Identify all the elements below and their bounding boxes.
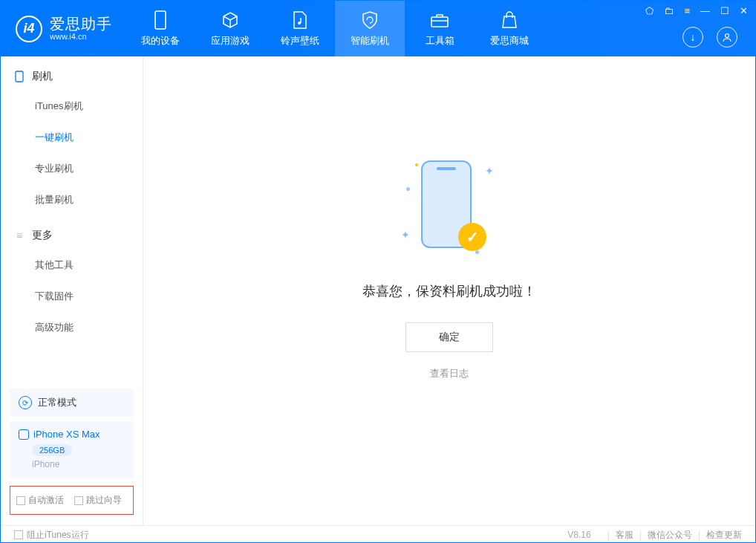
svg-point-4: [726, 34, 729, 38]
nav-tabs: 我的设备 应用游戏 铃声壁纸 智能刷机 工具箱 爱思商城: [126, 1, 544, 56]
view-log-link[interactable]: 查看日志: [430, 367, 469, 380]
mode-icon: ⟳: [19, 396, 32, 409]
sidebar: 刷机 iTunes刷机 一键刷机 专业刷机 批量刷机 ≡ 更多 其他工具 下载固…: [1, 56, 143, 525]
nav-tab-ringtones[interactable]: 铃声壁纸: [265, 1, 335, 56]
checkbox-block-itunes[interactable]: 阻止iTunes运行: [14, 529, 89, 542]
nav-tab-label: 应用游戏: [211, 34, 250, 48]
sidebar-item-advanced[interactable]: 高级功能: [1, 312, 143, 343]
sidebar-section-flash: 刷机: [1, 56, 143, 91]
sidebar-item-pro-flash[interactable]: 专业刷机: [1, 153, 143, 184]
checkbox-label: 阻止iTunes运行: [27, 529, 89, 542]
bag-icon: [500, 10, 519, 30]
device-capacity: 256GB: [32, 444, 72, 456]
nav-tab-flash[interactable]: 智能刷机: [335, 1, 405, 56]
svg-rect-2: [431, 17, 448, 27]
device-type: iPhone: [32, 459, 125, 469]
svg-rect-5: [16, 71, 23, 82]
checkbox-icon: [74, 496, 83, 505]
footer-link-wechat[interactable]: 微信公众号: [648, 529, 692, 542]
app-logo-icon: i4: [16, 16, 42, 42]
device-name: iPhone XS Max: [33, 429, 100, 440]
sidebar-item-download-firmware[interactable]: 下载固件: [1, 281, 143, 312]
sidebar-section-label: 更多: [32, 229, 53, 242]
checkbox-row: 自动激活 跳过向导: [10, 486, 134, 515]
svg-rect-0: [155, 11, 166, 29]
app-title: 爱思助手: [50, 16, 112, 32]
footer-link-update[interactable]: 检查更新: [706, 529, 742, 542]
checkbox-label: 跳过向导: [86, 494, 122, 507]
sparkle-icon: ✦: [485, 165, 494, 177]
ok-button[interactable]: 确定: [405, 322, 493, 352]
shield-refresh-icon: [360, 10, 379, 30]
toolbox-icon: [430, 10, 449, 30]
success-illustration: ✦ ✦ ✓: [397, 157, 501, 261]
lock-icon[interactable]: 🗀: [664, 5, 674, 16]
device-name-row: iPhone XS Max: [19, 429, 125, 440]
separator: |: [698, 530, 700, 540]
sidebar-item-onekey-flash[interactable]: 一键刷机: [1, 122, 143, 153]
app-subtitle: www.i4.cn: [50, 32, 112, 41]
logo-text: 爱思助手 www.i4.cn: [50, 16, 112, 41]
main-content: ✦ ✦ ✓ 恭喜您，保资料刷机成功啦！ 确定 查看日志: [143, 56, 755, 525]
nav-tab-label: 爱思商城: [490, 34, 529, 48]
footer-right: V8.16 | 客服 | 微信公众号 | 检查更新: [567, 529, 742, 542]
sidebar-item-itunes-flash[interactable]: iTunes刷机: [1, 91, 143, 122]
separator: |: [607, 530, 610, 540]
nav-tab-my-device[interactable]: 我的设备: [126, 1, 195, 56]
sidebar-item-other-tools[interactable]: 其他工具: [1, 250, 143, 281]
check-badge-icon: ✓: [458, 223, 486, 251]
svg-point-1: [298, 22, 301, 25]
sidebar-bottom: ⟳ 正常模式 iPhone XS Max 256GB iPhone 自动激活 跳: [1, 384, 143, 525]
sidebar-section-more: ≡ 更多: [1, 215, 143, 250]
logo-area: i4 爱思助手 www.i4.cn: [1, 16, 126, 42]
sidebar-section-label: 刷机: [32, 70, 53, 83]
header-right-icons: ↓: [682, 27, 737, 48]
nav-tab-label: 智能刷机: [351, 34, 389, 48]
download-icon[interactable]: ↓: [682, 27, 703, 48]
nav-tab-label: 铃声壁纸: [281, 34, 319, 48]
device-box[interactable]: iPhone XS Max 256GB iPhone: [10, 421, 134, 478]
checkbox-skip-guide[interactable]: 跳过向导: [74, 494, 122, 507]
phone-small-icon: [14, 71, 25, 82]
footer: 阻止iTunes运行 V8.16 | 客服 | 微信公众号 | 检查更新: [1, 525, 755, 543]
minimize-button[interactable]: —: [700, 5, 710, 16]
footer-link-support[interactable]: 客服: [616, 529, 633, 542]
user-icon[interactable]: [717, 27, 737, 48]
dot-icon: [406, 187, 410, 191]
nav-tab-label: 我的设备: [141, 34, 180, 48]
sparkle-icon: ✦: [401, 229, 410, 241]
mode-label: 正常模式: [38, 396, 76, 409]
success-message: 恭喜您，保资料刷机成功啦！: [362, 282, 536, 300]
phone-icon: [151, 10, 170, 30]
body: 刷机 iTunes刷机 一键刷机 专业刷机 批量刷机 ≡ 更多 其他工具 下载固…: [1, 56, 755, 525]
checkbox-auto-activate[interactable]: 自动激活: [16, 494, 64, 507]
music-file-icon: [290, 10, 310, 30]
tshirt-icon[interactable]: ⬠: [645, 5, 654, 16]
nav-tab-toolbox[interactable]: 工具箱: [405, 1, 475, 56]
checkbox-icon: [16, 496, 25, 505]
nav-tab-label: 工具箱: [426, 34, 454, 48]
version-label: V8.16: [567, 530, 590, 540]
mode-box[interactable]: ⟳ 正常模式: [10, 388, 134, 417]
nav-tab-apps[interactable]: 应用游戏: [195, 1, 265, 56]
close-button[interactable]: ✕: [740, 5, 748, 16]
cube-icon: [221, 10, 240, 30]
sidebar-item-batch-flash[interactable]: 批量刷机: [1, 184, 143, 215]
device-phone-icon: [19, 429, 29, 440]
app-header: i4 爱思助手 www.i4.cn 我的设备 应用游戏 铃声壁纸 智能刷机 工具…: [1, 1, 755, 56]
menu-icon[interactable]: ≡: [684, 5, 690, 16]
titlebar-controls: ⬠ 🗀 ≡ — ☐ ✕: [645, 5, 748, 16]
maximize-button[interactable]: ☐: [720, 5, 729, 16]
separator: |: [639, 530, 642, 540]
list-icon: ≡: [14, 230, 25, 241]
dot-icon: [415, 163, 418, 166]
nav-tab-store[interactable]: 爱思商城: [475, 1, 544, 56]
checkbox-icon: [14, 530, 23, 539]
checkbox-label: 自动激活: [28, 494, 64, 507]
